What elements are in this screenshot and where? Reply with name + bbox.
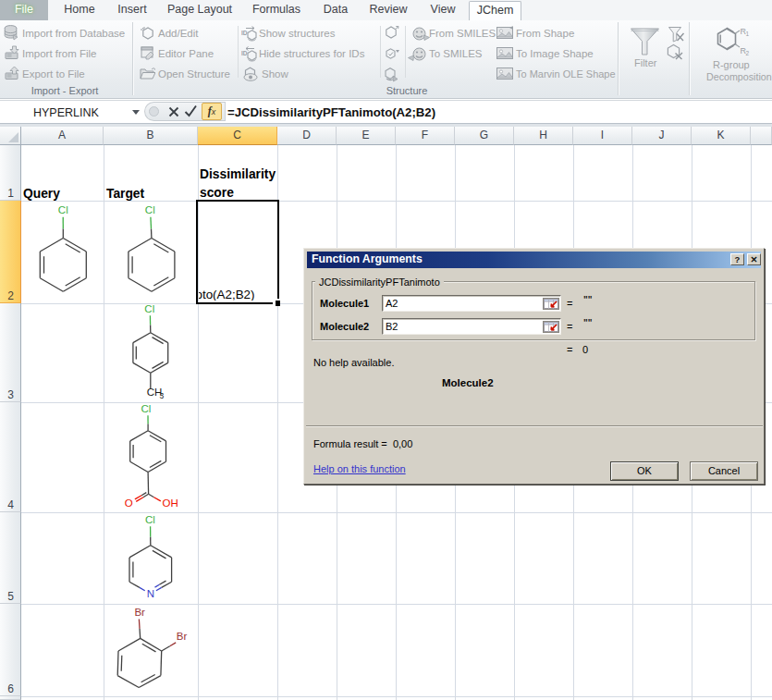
svg-text:Cl: Cl <box>145 514 155 525</box>
svg-text:3: 3 <box>160 391 165 400</box>
svg-text:Br: Br <box>177 631 188 642</box>
svg-text:Cl: Cl <box>145 204 155 215</box>
svg-text:Cl: Cl <box>144 303 154 314</box>
svg-text:OH: OH <box>163 497 178 509</box>
svg-text:Br: Br <box>134 607 145 618</box>
svg-text:1: 1 <box>746 31 750 37</box>
svg-text:Cl: Cl <box>58 204 68 215</box>
svg-text:Cl: Cl <box>141 403 151 414</box>
svg-text:2: 2 <box>746 50 750 56</box>
svg-text:N: N <box>147 588 154 599</box>
svg-text:ID: ID <box>241 30 248 36</box>
svg-text:ID: ID <box>241 50 248 56</box>
svg-text:O: O <box>125 497 133 509</box>
